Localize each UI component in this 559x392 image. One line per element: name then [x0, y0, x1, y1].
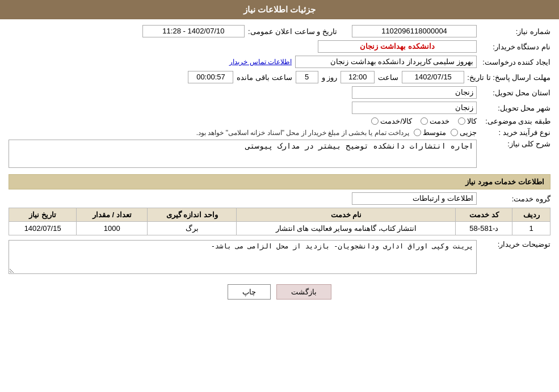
- process-value: جزیی متوسط پرداخت تمام یا بخشی از مبلغ خ…: [9, 128, 477, 137]
- need-number-input: 1102096118000004: [352, 25, 477, 37]
- col-header-qty: تعداد / مقدار: [77, 208, 148, 222]
- category-kala-khadamat-label[interactable]: کالا/خدمت: [371, 117, 412, 125]
- button-row: بازگشت چاپ: [9, 284, 550, 300]
- table-cell-qty: 1000: [77, 222, 148, 235]
- buyer-desc-row: توضیحات خریدار: پرینت وکپی اوراق اداری و…: [9, 240, 550, 276]
- need-number-value: 1102096118000004 تاریخ و ساعت اعلان عموم…: [9, 25, 477, 37]
- deadline-time-input: 12:00: [341, 71, 375, 83]
- service-group-label: گروه خدمت:: [477, 195, 550, 203]
- deadline-row: مهلت ارسال پاسخ: تا تاریخ: 1402/07/15 سا…: [9, 71, 550, 83]
- process-row: نوع فرآیند خرید : جزیی متوسط پرداخت تمام…: [9, 128, 550, 137]
- process-description: پرداخت تمام یا بخشی از مبلغ خریدار از مح…: [196, 129, 409, 137]
- category-value: کالا خدمت کالا/خدمت: [9, 117, 477, 125]
- description-area: اجاره انتشارات دانشکده توضیح بیشتر در مد…: [9, 140, 477, 170]
- service-group-input: اطلاعات و ارتباطات: [352, 192, 477, 205]
- table-cell-code: د-581-58: [456, 222, 512, 235]
- page-header: جزئیات اطلاعات نیاز: [0, 0, 559, 19]
- service-group-row: گروه خدمت: اطلاعات و ارتباطات: [9, 192, 550, 205]
- org-name-input: دانشکده بهداشت زنجان: [318, 40, 477, 53]
- category-kala-radio[interactable]: [458, 117, 465, 125]
- process-jozi-radio[interactable]: [451, 129, 458, 136]
- page-title: جزئیات اطلاعات نیاز: [243, 5, 316, 14]
- process-jozi-text: جزیی: [460, 128, 477, 137]
- page-wrapper: جزئیات اطلاعات نیاز شماره نیاز: 11020961…: [0, 0, 559, 392]
- process-mottavaset-radio[interactable]: [414, 129, 421, 136]
- buyer-desc-textarea[interactable]: پرینت وکپی اوراق اداری ودانشجویان- بازدی…: [9, 240, 477, 274]
- creator-input: بهروز سلیمی کارپرداز دانشکده بهداشت زنجا…: [295, 56, 477, 68]
- col-header-row: ردیف: [512, 208, 550, 222]
- deadline-days-input: 5: [296, 71, 318, 83]
- process-label: نوع فرآیند خرید :: [477, 128, 550, 137]
- deadline-area: 1402/07/15 ساعت 12:00 روز و 5 ساعت باقی …: [9, 71, 464, 83]
- city-label: شهر محل تحویل:: [477, 104, 550, 112]
- col-header-code: کد خدمت: [456, 208, 512, 222]
- col-header-unit: واحد اندازه گیری: [148, 208, 237, 222]
- deadline-label: مهلت ارسال پاسخ: تا تاریخ:: [464, 73, 550, 82]
- col-header-name: نام خدمت: [237, 208, 456, 222]
- description-row: شرح کلی نیاز: اجاره انتشارات دانشکده توض…: [9, 140, 550, 170]
- table-cell-name: انتشار کتاب، گاهنامه وسایر فعالیت های ان…: [237, 222, 456, 235]
- category-kala-khadamat-text: کالا/خدمت: [380, 117, 412, 125]
- buyer-desc-label: توضیحات خریدار:: [477, 240, 550, 248]
- need-number-row: شماره نیاز: 1102096118000004 تاریخ و ساع…: [9, 25, 550, 37]
- deadline-remaining-label: ساعت باقی مانده: [237, 73, 292, 82]
- category-khadamat-radio[interactable]: [421, 117, 428, 125]
- city-input: زنجان: [352, 102, 477, 114]
- deadline-day-label: روز و: [322, 73, 338, 82]
- contact-link[interactable]: اطلاعات تماس خریدار: [229, 58, 292, 66]
- services-section-title: اطلاعات خدمات مورد نیاز: [9, 174, 550, 189]
- category-kala-label[interactable]: کالا: [458, 117, 477, 125]
- table-row: 1د-581-58انتشار کتاب، گاهنامه وسایر فعال…: [9, 222, 550, 235]
- creator-row: ایجاد کننده درخواست: بهروز سلیمی کارپردا…: [9, 56, 550, 68]
- deadline-remaining-input: 00:00:57: [188, 71, 233, 83]
- category-row: طبقه بندی موضوعی: کالا خدمت کالا/خدمت: [9, 117, 550, 125]
- service-group-value: اطلاعات و ارتباطات: [9, 192, 477, 205]
- org-name-value: دانشکده بهداشت زنجان: [9, 40, 477, 53]
- city-row: شهر محل تحویل: زنجان: [9, 102, 550, 114]
- city-value: زنجان: [9, 102, 477, 114]
- deadline-time-label: ساعت: [378, 73, 398, 82]
- category-khadamat-label[interactable]: خدمت: [421, 117, 449, 125]
- category-label: طبقه بندی موضوعی:: [477, 117, 550, 125]
- creator-value-area: بهروز سلیمی کارپرداز دانشکده بهداشت زنجا…: [9, 56, 477, 68]
- category-kala-text: کالا: [467, 117, 477, 125]
- description-textarea[interactable]: اجاره انتشارات دانشکده توضیح بیشتر در مد…: [9, 140, 477, 168]
- need-number-label: شماره نیاز:: [477, 27, 550, 36]
- deadline-date-input: 1402/07/15: [402, 71, 464, 83]
- table-cell-unit: برگ: [148, 222, 237, 235]
- province-row: استان محل تحویل: زنجان: [9, 86, 550, 99]
- buyer-desc-area: پرینت وکپی اوراق اداری ودانشجویان- بازدی…: [9, 240, 477, 276]
- process-mottavaset-label[interactable]: متوسط: [414, 128, 446, 137]
- table-cell-row: 1: [512, 222, 550, 235]
- services-table: ردیف کد خدمت نام خدمت واحد اندازه گیری ت…: [9, 208, 550, 235]
- category-khadamat-text: خدمت: [430, 117, 449, 125]
- process-jozi-label[interactable]: جزیی: [451, 128, 477, 137]
- org-name-row: نام دستگاه خریدار: دانشکده بهداشت زنجان: [9, 40, 550, 53]
- print-button[interactable]: چاپ: [228, 284, 271, 300]
- announcement-date-label: تاریخ و ساعت اعلان عمومی:: [248, 27, 337, 36]
- creator-label: ایجاد کننده درخواست:: [477, 58, 550, 66]
- process-mottavaset-text: متوسط: [423, 128, 446, 137]
- province-input: زنجان: [352, 86, 477, 99]
- main-content: شماره نیاز: 1102096118000004 تاریخ و ساع…: [0, 19, 559, 311]
- category-kala-khadamat-radio[interactable]: [371, 117, 379, 125]
- table-cell-date: 1402/07/15: [9, 222, 77, 235]
- back-button[interactable]: بازگشت: [276, 284, 331, 300]
- province-value: زنجان: [9, 86, 477, 99]
- description-label: شرح کلی نیاز:: [477, 140, 550, 148]
- col-header-date: تاریخ نیاز: [9, 208, 77, 222]
- announcement-date-input: 1402/07/10 - 11:28: [142, 25, 245, 37]
- org-name-label: نام دستگاه خریدار:: [477, 43, 550, 51]
- province-label: استان محل تحویل:: [477, 88, 550, 97]
